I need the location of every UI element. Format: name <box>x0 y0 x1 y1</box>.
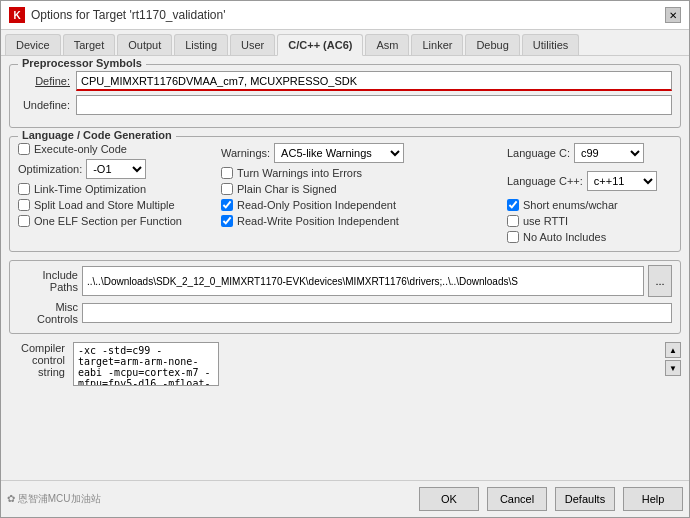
tabs-bar: Device Target Output Listing User C/C++ … <box>1 30 689 56</box>
define-row: Define: <box>18 71 672 91</box>
language-group: Language / Code Generation Execute-only … <box>9 136 681 252</box>
use-rtti-row: use RTTI <box>507 215 672 227</box>
tab-device[interactable]: Device <box>5 34 61 55</box>
lang-c-row: Language C: c99 c11 gnu99 <box>507 143 672 163</box>
warnings-label: Warnings: <box>221 147 270 159</box>
compiler-control-row: Compiler control string -xc -std=c99 -ta… <box>9 342 681 389</box>
tab-listing[interactable]: Listing <box>174 34 228 55</box>
lang-c-select[interactable]: c99 c11 gnu99 <box>574 143 644 163</box>
app-icon: K <box>9 7 25 23</box>
compiler-control-textarea[interactable]: -xc -std=c99 -target=arm-arm-none-eabi -… <box>73 342 219 386</box>
tab-target[interactable]: Target <box>63 34 116 55</box>
read-write-row: Read-Write Position Independent <box>221 215 499 227</box>
execute-only-checkbox[interactable] <box>18 143 30 155</box>
include-paths-input[interactable] <box>82 266 644 296</box>
execute-only-row: Execute-only Code <box>18 143 213 155</box>
use-rtti-label: use RTTI <box>523 215 568 227</box>
action-buttons: OK Cancel Defaults Help <box>419 487 683 511</box>
lang-cpp-label: Language C++: <box>507 175 583 187</box>
link-time-checkbox[interactable] <box>18 183 30 195</box>
lang-c-label: Language C: <box>507 147 570 159</box>
turn-warnings-row: Turn Warnings into Errors <box>221 167 499 179</box>
lang-center-col: Warnings: AC5-like Warnings All Warnings… <box>221 143 499 243</box>
tab-cpp[interactable]: C/C++ (AC6) <box>277 34 363 56</box>
scroll-buttons: ▲ ▼ <box>665 342 681 376</box>
misc-controls-row: Misc Controls <box>18 301 672 325</box>
defaults-button[interactable]: Defaults <box>555 487 615 511</box>
undefine-input[interactable] <box>76 95 672 115</box>
undefine-label: Undefine: <box>18 99 70 111</box>
include-paths-browse-button[interactable]: ... <box>648 265 672 297</box>
optimization-select[interactable]: -O1 -O0 -O2 -O3 <box>86 159 146 179</box>
tab-output[interactable]: Output <box>117 34 172 55</box>
split-load-checkbox[interactable] <box>18 199 30 211</box>
tab-user[interactable]: User <box>230 34 275 55</box>
no-auto-includes-label: No Auto Includes <box>523 231 606 243</box>
define-input[interactable] <box>76 71 672 91</box>
link-time-row: Link-Time Optimization <box>18 183 213 195</box>
watermark: ✿ 恩智浦MCU加油站 <box>7 492 101 506</box>
lang-cpp-select[interactable]: c++11 c++14 c++17 <box>587 171 657 191</box>
language-group-label: Language / Code Generation <box>18 129 176 141</box>
warnings-row: Warnings: AC5-like Warnings All Warnings… <box>221 143 499 163</box>
optimization-label: Optimization: <box>18 163 82 175</box>
short-enums-row: Short enums/wchar <box>507 199 672 211</box>
compiler-control-label: Compiler control string <box>9 342 69 378</box>
help-button[interactable]: Help <box>623 487 683 511</box>
link-time-label: Link-Time Optimization <box>34 183 146 195</box>
one-elf-label: One ELF Section per Function <box>34 215 182 227</box>
split-load-row: Split Load and Store Multiple <box>18 199 213 211</box>
preprocessor-group: Preprocessor Symbols Define: Undefine: <box>9 64 681 128</box>
scroll-up-button[interactable]: ▲ <box>665 342 681 358</box>
lang-cpp-row: Language C++: c++11 c++14 c++17 <box>507 171 672 191</box>
ok-button[interactable]: OK <box>419 487 479 511</box>
no-auto-includes-row: No Auto Includes <box>507 231 672 243</box>
one-elf-row: One ELF Section per Function <box>18 215 213 227</box>
tab-utilities[interactable]: Utilities <box>522 34 579 55</box>
include-paths-group: Include Paths ... Misc Controls <box>9 260 681 334</box>
read-write-checkbox[interactable] <box>221 215 233 227</box>
plain-char-label: Plain Char is Signed <box>237 183 337 195</box>
include-paths-row: Include Paths ... <box>18 265 672 297</box>
use-rtti-checkbox[interactable] <box>507 215 519 227</box>
lang-left-col: Execute-only Code Optimization: -O1 -O0 … <box>18 143 213 243</box>
title-bar: K Options for Target 'rt1170_validation'… <box>1 1 689 30</box>
main-content: Preprocessor Symbols Define: Undefine: L… <box>1 56 689 480</box>
short-enums-checkbox[interactable] <box>507 199 519 211</box>
split-load-label: Split Load and Store Multiple <box>34 199 175 211</box>
lang-right-col: Language C: c99 c11 gnu99 Language C++: … <box>507 143 672 243</box>
scroll-down-button[interactable]: ▼ <box>665 360 681 376</box>
tab-asm[interactable]: Asm <box>365 34 409 55</box>
undefine-row: Undefine: <box>18 95 672 115</box>
close-button[interactable]: ✕ <box>665 7 681 23</box>
preprocessor-group-label: Preprocessor Symbols <box>18 57 146 69</box>
window-title: Options for Target 'rt1170_validation' <box>31 8 225 22</box>
tab-debug[interactable]: Debug <box>465 34 519 55</box>
one-elf-checkbox[interactable] <box>18 215 30 227</box>
execute-only-label: Execute-only Code <box>34 143 127 155</box>
warnings-select[interactable]: AC5-like Warnings All Warnings No Warnin… <box>274 143 404 163</box>
main-window: K Options for Target 'rt1170_validation'… <box>0 0 690 518</box>
turn-warnings-label: Turn Warnings into Errors <box>237 167 362 179</box>
plain-char-row: Plain Char is Signed <box>221 183 499 195</box>
optimization-row: Optimization: -O1 -O0 -O2 -O3 <box>18 159 213 179</box>
misc-controls-label: Misc Controls <box>18 301 78 325</box>
cancel-button[interactable]: Cancel <box>487 487 547 511</box>
read-write-label: Read-Write Position Independent <box>237 215 399 227</box>
define-label: Define: <box>18 75 70 87</box>
read-only-checkbox[interactable] <box>221 199 233 211</box>
plain-char-checkbox[interactable] <box>221 183 233 195</box>
read-only-label: Read-Only Position Independent <box>237 199 396 211</box>
read-only-row: Read-Only Position Independent <box>221 199 499 211</box>
turn-warnings-checkbox[interactable] <box>221 167 233 179</box>
include-paths-label: Include Paths <box>18 269 78 293</box>
no-auto-includes-checkbox[interactable] <box>507 231 519 243</box>
bottom-bar: ✿ 恩智浦MCU加油站 OK Cancel Defaults Help <box>1 480 689 517</box>
misc-controls-input[interactable] <box>82 303 672 323</box>
tab-linker[interactable]: Linker <box>411 34 463 55</box>
language-section: Execute-only Code Optimization: -O1 -O0 … <box>18 143 672 243</box>
short-enums-label: Short enums/wchar <box>523 199 618 211</box>
